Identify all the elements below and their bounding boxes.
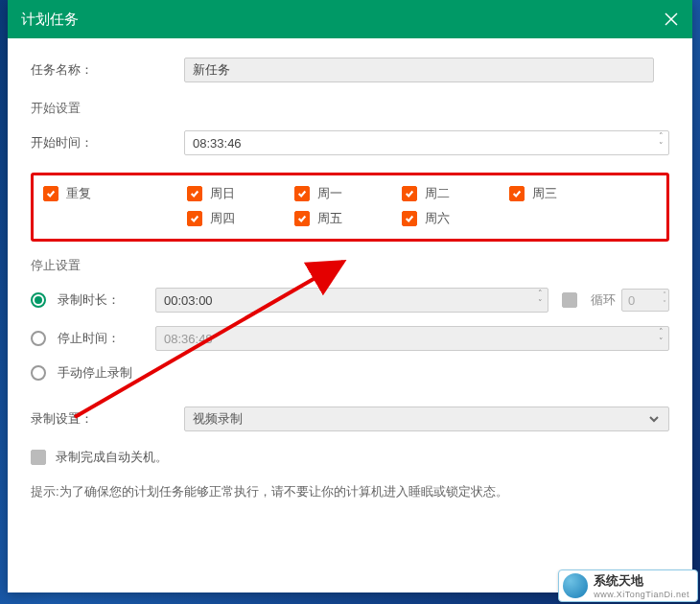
rec-settings-label: 录制设置： (31, 410, 184, 428)
chevron-down-icon[interactable]: ˅ (535, 299, 545, 308)
repeat-label: 重复 (66, 185, 91, 202)
start-time-label: 开始时间： (31, 134, 184, 151)
loop-checkbox[interactable] (562, 292, 577, 308)
repeat-checkbox[interactable]: 重复 (43, 185, 187, 202)
stop-time-input: ˄˅ (155, 326, 669, 351)
start-section-label: 开始设置 (31, 100, 669, 117)
watermark: 系统天地 www.XiTongTianDi.net (558, 569, 698, 602)
titlebar: 计划任务 (8, 0, 692, 38)
chevron-up-icon[interactable]: ˄ (535, 290, 545, 298)
task-name-input[interactable] (184, 58, 654, 82)
day-sat[interactable]: 周六 (402, 210, 509, 227)
watermark-logo-icon (563, 573, 588, 598)
dialog-content: 任务名称： 开始设置 开始时间： ˄˅ 重复 周日 周一 周二 周三 (8, 38, 692, 592)
dialog-title: 计划任务 (21, 11, 79, 29)
start-time-input[interactable]: ˄˅ (184, 130, 669, 155)
day-sun[interactable]: 周日 (187, 185, 294, 202)
rec-settings-select[interactable]: 视频录制 (184, 407, 669, 431)
stop-section-label: 停止设置 (31, 257, 669, 274)
loop-label: 循环 (591, 291, 616, 309)
day-wed[interactable]: 周三 (509, 185, 617, 202)
chevron-up-icon[interactable]: ˄ (656, 132, 665, 141)
scheduled-task-dialog: 计划任务 任务名称： 开始设置 开始时间： ˄˅ 重复 周日 周一 (8, 0, 692, 592)
close-icon[interactable] (664, 12, 679, 27)
rec-duration-radio[interactable]: 录制时长： (31, 291, 155, 309)
day-fri[interactable]: 周五 (294, 210, 402, 227)
day-mon[interactable]: 周一 (294, 185, 402, 202)
hint-text: 提示:为了确保您的计划任务能够正常执行，请不要让你的计算机进入睡眠或锁定状态。 (31, 483, 669, 500)
chevron-down-icon (647, 412, 661, 426)
loop-count-input[interactable]: 0 ˄˅ (621, 289, 669, 312)
task-name-label: 任务名称： (31, 61, 184, 79)
day-tue[interactable]: 周二 (402, 185, 509, 202)
chevron-down-icon[interactable]: ˅ (656, 142, 665, 151)
auto-shutdown-checkbox[interactable]: 录制完成自动关机。 (31, 449, 168, 466)
repeat-highlight-box: 重复 周日 周一 周二 周三 周四 周五 周六 (31, 173, 669, 242)
rec-duration-input[interactable]: ˄˅ (155, 288, 548, 313)
manual-stop-radio[interactable]: 手动停止录制 (31, 364, 132, 382)
stop-time-radio[interactable]: 停止时间： (31, 330, 155, 347)
day-thu[interactable]: 周四 (187, 210, 294, 227)
